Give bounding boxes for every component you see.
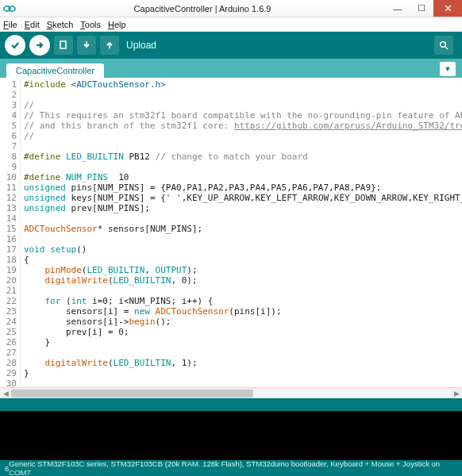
board-info: Generic STM32F103C series, STM32F103CB (… [9, 459, 457, 476]
menu-help[interactable]: Help [108, 20, 126, 29]
window-titlebar: CapacitiveController | Arduino 1.6.9 — ☐… [0, 0, 462, 17]
open-button[interactable] [77, 36, 96, 55]
new-button[interactable] [54, 36, 73, 55]
code-editor[interactable]: 1234567891011121314151617181920212223242… [0, 78, 462, 387]
code-area[interactable]: #include <ADCTouchSensor.h> // // This r… [21, 78, 462, 387]
menu-file[interactable]: File [3, 20, 17, 29]
upload-button[interactable] [29, 35, 50, 56]
tabs-bar: CapacitiveController ▼ [0, 59, 462, 78]
save-button[interactable] [100, 36, 119, 55]
serial-monitor-button[interactable] [434, 36, 453, 55]
scroll-right-icon[interactable]: ▶ [451, 390, 462, 397]
tab-menu-button[interactable]: ▼ [440, 62, 456, 76]
verify-button[interactable] [5, 35, 25, 56]
close-button[interactable]: ✕ [433, 0, 462, 17]
console-output [0, 411, 462, 460]
svg-point-3 [441, 42, 446, 48]
svg-rect-2 [60, 41, 66, 48]
window-title: CapacitiveController | Arduino 1.6.9 [19, 4, 386, 13]
svg-point-1 [9, 6, 15, 10]
tab-active[interactable]: CapacitiveController [6, 63, 104, 78]
menubar: File Edit Sketch Tools Help [0, 17, 462, 32]
menu-sketch[interactable]: Sketch [47, 20, 74, 29]
upload-label: Upload [126, 40, 156, 51]
message-bar [0, 398, 462, 411]
horizontal-scrollbar[interactable]: ◀ ▶ [0, 387, 462, 398]
menu-tools[interactable]: Tools [80, 20, 101, 29]
svg-line-4 [445, 47, 449, 50]
arduino-logo-icon [3, 2, 16, 15]
status-bar: 6 Generic STM32F103C series, STM32F103CB… [0, 460, 462, 476]
toolbar: Upload [0, 32, 462, 59]
maximize-button[interactable]: ☐ [410, 0, 433, 17]
line-gutter: 1234567891011121314151617181920212223242… [0, 78, 21, 387]
minimize-button[interactable]: — [386, 0, 410, 17]
menu-edit[interactable]: Edit [25, 20, 40, 29]
scrollbar-thumb[interactable] [11, 390, 253, 397]
scroll-left-icon[interactable]: ◀ [0, 390, 11, 397]
